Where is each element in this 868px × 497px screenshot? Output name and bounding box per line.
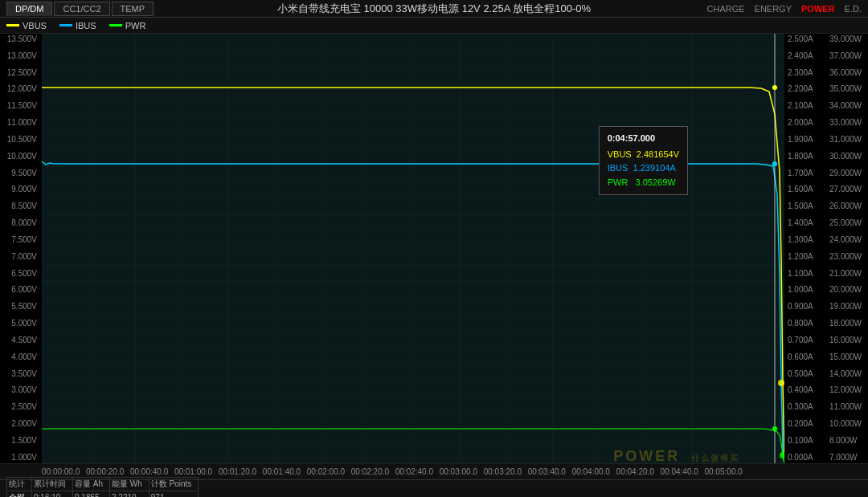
- y-right-label: 0.900A: [784, 303, 826, 311]
- y-left-label: 9.500V: [0, 169, 40, 177]
- tab-ed[interactable]: E.D.: [845, 4, 862, 14]
- chart-svg: [42, 34, 784, 463]
- x-axis-label: 00:04:20.0: [616, 467, 654, 476]
- y-far-right-label: 37.000W: [826, 52, 868, 60]
- y-far-right-label: 8.000W: [826, 437, 868, 445]
- y-right-label: 0.700A: [784, 336, 826, 344]
- legend-vbus-label: VBUS: [23, 21, 47, 31]
- tooltip-vbus: VBUS 2.481654V: [608, 148, 679, 162]
- tooltip-ibus: IBUS 1.239104A: [608, 161, 679, 176]
- y-left-label: 4.500V: [0, 336, 40, 344]
- svg-point-8: [772, 426, 777, 431]
- stats-header-time: 累计时间: [32, 477, 73, 491]
- stats-row-all-points: 971: [149, 491, 199, 497]
- y-left-label: 6.500V: [0, 270, 40, 278]
- y-left-label: 7.000V: [0, 253, 40, 261]
- tab-energy[interactable]: ENERGY: [755, 4, 792, 14]
- y-far-right-label: 35.000W: [826, 85, 868, 93]
- main-chart[interactable]: 0:04:57.000 VBUS 2.481654V IBUS 1.239104…: [42, 34, 784, 463]
- y-right-label: 1.200A: [784, 253, 826, 261]
- x-axis-label: 00:02:20.0: [351, 467, 389, 476]
- y-far-right-label: 15.000W: [826, 353, 868, 361]
- y-left-label: 3.000V: [0, 386, 40, 394]
- tab-temp[interactable]: TEMP: [112, 2, 154, 16]
- x-axis-label: 00:02:40.0: [395, 467, 433, 476]
- stats-header-energy: 能量 Wh: [110, 477, 149, 491]
- top-bar: DP/DM CC1/CC2 TEMP 小米自带线充电宝 10000 33W移动电…: [0, 0, 868, 18]
- legend-ibus: IBUS: [59, 21, 96, 31]
- y-far-right-label: 20.000W: [826, 286, 868, 294]
- x-axis-label: 00:01:00.0: [174, 467, 212, 476]
- tab-charge[interactable]: CHARGE: [707, 4, 745, 14]
- tooltip: 0:04:57.000 VBUS 2.481654V IBUS 1.239104…: [599, 126, 688, 195]
- stats-header-capacity: 容量 Ah: [73, 477, 110, 491]
- stats-bar: 统计 累计时间 容量 Ah 能量 Wh 计数 Points 全部 0:16:10…: [0, 479, 868, 497]
- tab-power[interactable]: POWER: [801, 4, 835, 14]
- svg-rect-4: [42, 34, 784, 463]
- stats-table: 统计 累计时间 容量 Ah 能量 Wh 计数 Points 全部 0:16:10…: [6, 477, 199, 497]
- x-axis-label: 00:01:40.0: [263, 467, 301, 476]
- top-tabs: DP/DM CC1/CC2 TEMP: [6, 2, 154, 16]
- x-axis-label: 00:03:40.0: [528, 467, 566, 476]
- y-far-right-label: 11.000W: [826, 403, 868, 411]
- legend-ibus-label: IBUS: [76, 21, 96, 31]
- y-right-label: 0.600A: [784, 353, 826, 361]
- y-left-label: 1.500V: [0, 437, 40, 445]
- y-far-right-label: 19.000W: [826, 303, 868, 311]
- y-right-label: 2.200A: [784, 85, 826, 93]
- chart-container: 13.500V13.000V12.500V12.000V11.500V11.00…: [0, 34, 868, 463]
- legend-row: VBUS IBUS PWR: [0, 18, 868, 34]
- y-far-right-label: 39.000W: [826, 35, 868, 43]
- x-axis-label: 00:03:20.0: [484, 467, 522, 476]
- tab-cc1-cc2[interactable]: CC1/CC2: [54, 2, 109, 16]
- vbus-color-swatch: [6, 24, 19, 26]
- svg-point-7: [772, 161, 777, 166]
- x-axis-label: 00:04:40.0: [661, 467, 698, 476]
- stats-header-points: 计数 Points: [149, 477, 199, 491]
- y-left-label: 1.000V: [0, 454, 40, 462]
- y-far-right-label: 33.000W: [826, 119, 868, 127]
- legend-pwr-label: PWR: [125, 21, 146, 31]
- y-right-label: 0.800A: [784, 320, 826, 328]
- x-axis-label: 00:00:40.0: [130, 467, 168, 476]
- y-left-label: 4.000V: [0, 353, 40, 361]
- y-right-label: 1.700A: [784, 169, 826, 177]
- y-left-label: 8.000V: [0, 219, 40, 227]
- top-right-tabs: CHARGE ENERGY POWER E.D.: [707, 4, 862, 14]
- x-axis-label: 00:05:00.0: [705, 467, 743, 476]
- x-axis-label: 00:02:00.0: [307, 467, 345, 476]
- y-left-label: 3.500V: [0, 370, 40, 378]
- y-left-label: 5.000V: [0, 320, 40, 328]
- y-far-right-label: 10.000W: [826, 420, 868, 428]
- y-far-right-label: 25.000W: [826, 219, 868, 227]
- y-right-label: 2.500A: [784, 35, 826, 43]
- y-right-label: 1.400A: [784, 219, 826, 227]
- y-far-right-label: 7.000W: [826, 454, 868, 462]
- y-right-label: 1.000A: [784, 286, 826, 294]
- svg-point-6: [772, 85, 777, 90]
- y-right-label: 0.100A: [784, 437, 826, 445]
- y-far-right-label: 29.000W: [826, 169, 868, 177]
- y-left-label: 9.000V: [0, 185, 40, 194]
- y-left-label: 8.500V: [0, 202, 40, 210]
- tooltip-time: 0:04:57.000: [608, 132, 679, 146]
- legend-pwr: PWR: [109, 21, 146, 31]
- stats-row-all-label: 全部: [7, 491, 32, 497]
- y-right-label: 0.300A: [784, 403, 826, 411]
- tab-dp-dm[interactable]: DP/DM: [6, 2, 52, 16]
- y-far-right-label: 30.000W: [826, 153, 868, 161]
- y-far-right-label: 16.000W: [826, 336, 868, 344]
- y-right-label: 2.400A: [784, 52, 826, 60]
- y-far-right-label: 36.000W: [826, 69, 868, 77]
- y-far-right-label: 31.000W: [826, 136, 868, 144]
- svg-point-9: [778, 380, 784, 386]
- x-axis-label: 00:00:20.0: [86, 467, 124, 476]
- y-left-label: 12.500V: [0, 69, 40, 77]
- stats-header-label: 统计: [7, 477, 32, 491]
- y-left-label: 2.500V: [0, 403, 40, 411]
- y-right-label: 0.500A: [784, 370, 826, 378]
- y-left-label: 5.500V: [0, 303, 40, 311]
- y-left-label: 7.500V: [0, 236, 40, 244]
- y-right-label: 0.200A: [784, 420, 826, 428]
- y-far-right-label: 23.000W: [826, 253, 868, 261]
